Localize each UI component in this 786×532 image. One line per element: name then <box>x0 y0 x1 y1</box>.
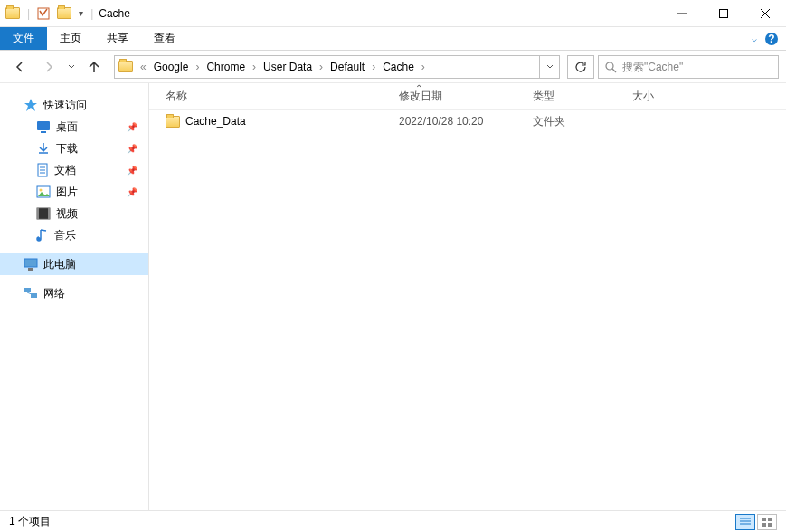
sidebar-desktop[interactable]: 桌面 📌 <box>0 116 148 138</box>
status-bar: 1 个项目 <box>0 510 786 532</box>
breadcrumb-item-1[interactable]: Chrome <box>203 61 249 73</box>
svg-point-20 <box>37 237 41 241</box>
download-icon <box>36 141 51 156</box>
nav-bar: « Google › Chrome › User Data › Default … <box>0 51 786 83</box>
svg-rect-23 <box>24 288 31 292</box>
tab-view[interactable]: 查看 <box>141 27 188 50</box>
forward-button[interactable] <box>36 54 62 80</box>
chevron-right-icon[interactable]: › <box>316 61 327 73</box>
qat-separator-2: | <box>90 7 93 20</box>
videos-icon <box>36 207 51 220</box>
search-input[interactable] <box>622 61 772 73</box>
sidebar-videos[interactable]: 视频 <box>0 203 148 224</box>
window-title: Cache <box>99 7 130 20</box>
quick-access-toolbar: | ▾ | <box>0 7 93 20</box>
svg-rect-19 <box>48 208 50 219</box>
svg-point-16 <box>40 189 43 192</box>
network-icon <box>24 287 38 299</box>
file-date: 2022/10/28 10:20 <box>399 115 533 128</box>
chevron-right-icon[interactable]: › <box>418 61 429 73</box>
search-icon <box>604 61 617 73</box>
svg-rect-21 <box>24 259 37 267</box>
breadcrumb-item-2[interactable]: User Data <box>260 61 316 73</box>
svg-rect-31 <box>762 523 766 527</box>
recent-dropdown[interactable] <box>65 54 78 80</box>
pictures-icon <box>36 185 51 198</box>
close-button[interactable] <box>744 0 786 27</box>
sidebar-music[interactable]: 音乐 <box>0 224 148 246</box>
column-type[interactable]: 类型 <box>533 89 632 104</box>
column-size[interactable]: 大小 <box>632 89 705 104</box>
svg-rect-29 <box>762 518 766 521</box>
file-view: ⌃ 名称 修改日期 类型 大小 Cache_Data 2022/10/28 10… <box>149 83 786 510</box>
sidebar-label: 音乐 <box>54 228 76 243</box>
file-list[interactable]: Cache_Data 2022/10/28 10:20 文件夹 <box>149 110 786 510</box>
ribbon-expand-icon[interactable]: ⌵ <box>752 33 757 43</box>
column-name[interactable]: 名称 <box>166 89 399 104</box>
minimize-button[interactable] <box>661 0 703 27</box>
star-icon <box>24 98 38 112</box>
svg-rect-30 <box>768 518 772 521</box>
breadcrumb-ellipsis[interactable]: « <box>137 61 150 73</box>
sidebar-this-pc[interactable]: 此电脑 <box>0 253 148 275</box>
pin-icon: 📌 <box>127 187 137 197</box>
sidebar-label: 文档 <box>54 163 76 178</box>
pin-icon: 📌 <box>127 166 137 176</box>
view-details-button[interactable] <box>735 514 755 530</box>
svg-rect-22 <box>28 268 33 271</box>
sidebar-label: 图片 <box>56 185 78 200</box>
properties-icon[interactable] <box>37 7 50 20</box>
svg-rect-18 <box>37 208 39 219</box>
new-folder-icon[interactable] <box>57 7 71 19</box>
tab-file[interactable]: 文件 <box>0 27 47 50</box>
nav-pane: 快速访问 桌面 📌 下载 📌 文档 📌 图片 📌 视频 音乐 <box>0 83 149 510</box>
file-type: 文件夹 <box>533 114 632 129</box>
sidebar-quick-access[interactable]: 快速访问 <box>0 94 148 116</box>
item-count: 1 个项目 <box>9 514 51 529</box>
file-row[interactable]: Cache_Data 2022/10/28 10:20 文件夹 <box>149 110 786 132</box>
documents-icon <box>36 163 49 177</box>
svg-rect-32 <box>768 523 772 527</box>
chevron-right-icon[interactable]: › <box>368 61 379 73</box>
monitor-icon <box>24 258 38 271</box>
svg-rect-10 <box>41 131 46 133</box>
search-box[interactable] <box>598 55 779 79</box>
tab-home[interactable]: 主页 <box>47 27 94 50</box>
address-bar[interactable]: « Google › Chrome › User Data › Default … <box>114 55 560 79</box>
pin-icon: 📌 <box>127 122 137 132</box>
chevron-right-icon[interactable]: › <box>192 61 203 73</box>
svg-rect-9 <box>37 121 50 130</box>
title-bar: | ▾ | Cache <box>0 0 786 27</box>
folder-icon <box>166 116 180 128</box>
sidebar-downloads[interactable]: 下载 📌 <box>0 138 148 159</box>
music-icon <box>36 228 49 242</box>
sidebar-documents[interactable]: 文档 📌 <box>0 159 148 181</box>
refresh-button[interactable] <box>567 55 594 79</box>
up-button[interactable] <box>81 54 107 80</box>
ribbon-tabs: 文件 主页 共享 查看 ⌵ ? <box>0 27 786 51</box>
qat-dropdown-icon[interactable]: ▾ <box>79 8 83 18</box>
sidebar-pictures[interactable]: 图片 📌 <box>0 181 148 203</box>
svg-point-7 <box>606 62 613 70</box>
svg-line-8 <box>612 69 616 72</box>
help-icon[interactable]: ? <box>764 32 779 46</box>
sidebar-label: 快速访问 <box>43 98 87 113</box>
view-large-button[interactable] <box>757 514 777 530</box>
sidebar-label: 此电脑 <box>43 257 76 272</box>
tab-share[interactable]: 共享 <box>94 27 141 50</box>
maximize-button[interactable] <box>703 0 744 27</box>
breadcrumb-item-0[interactable]: Google <box>150 61 193 73</box>
qat-separator: | <box>27 7 30 20</box>
breadcrumb-item-3[interactable]: Default <box>327 61 368 73</box>
chevron-right-icon[interactable]: › <box>249 61 260 73</box>
svg-rect-17 <box>37 208 50 219</box>
breadcrumb-item-4[interactable]: Cache <box>379 61 418 73</box>
sidebar-label: 桌面 <box>56 119 78 135</box>
sidebar-label: 下载 <box>56 141 78 157</box>
file-name: Cache_Data <box>185 115 246 128</box>
sidebar-network[interactable]: 网络 <box>0 282 148 304</box>
back-button[interactable] <box>7 54 33 80</box>
sidebar-label: 网络 <box>43 286 65 301</box>
desktop-icon <box>36 120 51 133</box>
address-history-dropdown[interactable] <box>539 56 559 78</box>
